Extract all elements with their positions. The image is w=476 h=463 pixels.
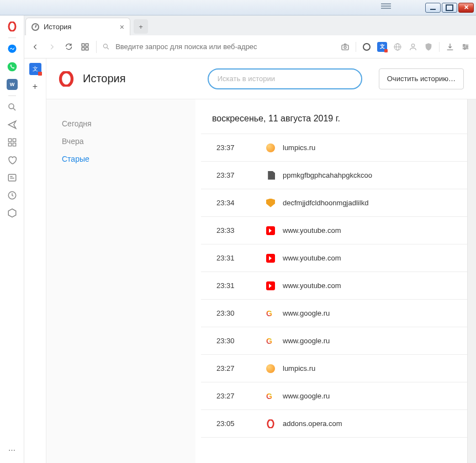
address-input[interactable] bbox=[115, 42, 335, 51]
address-bar: 文 bbox=[24, 35, 476, 58]
history-entry[interactable]: 23:31www.youtube.com bbox=[201, 272, 467, 300]
opera-logo-icon bbox=[59, 71, 74, 87]
entry-time: 23:33 bbox=[216, 226, 239, 235]
history-entry[interactable]: 23:37lumpics.ru bbox=[201, 134, 467, 162]
history-filter-sidebar: Сегодня Вчера Старые bbox=[46, 99, 195, 463]
orange-favicon bbox=[266, 364, 275, 373]
globe-ext-icon[interactable] bbox=[393, 42, 403, 52]
page-title: История bbox=[83, 72, 126, 85]
nav-back-button[interactable] bbox=[30, 41, 41, 52]
user-ext-icon[interactable] bbox=[408, 42, 418, 52]
google-favicon bbox=[266, 337, 275, 345]
scrollbar-track[interactable] bbox=[467, 99, 476, 463]
opera-menu-icon[interactable] bbox=[4, 19, 20, 34]
search-sidebar-icon[interactable] bbox=[4, 99, 20, 115]
entry-time: 23:31 bbox=[216, 254, 239, 262]
downloads-icon[interactable] bbox=[445, 42, 455, 52]
svg-point-32 bbox=[466, 46, 468, 47]
entry-time: 23:05 bbox=[216, 419, 239, 428]
history-date-heading: воскресенье, 11 августа 2019 г. bbox=[212, 114, 467, 124]
history-entry[interactable]: 23:37ppmkgfbgphcahahpgkckcoo bbox=[201, 162, 467, 189]
snapshot-icon[interactable] bbox=[340, 42, 350, 52]
speed-dial-icon[interactable] bbox=[4, 135, 20, 150]
nav-forward-button[interactable] bbox=[46, 41, 57, 52]
history-page: История Очистить историю… Сегодня Вчера … bbox=[46, 58, 476, 463]
svg-rect-10 bbox=[13, 143, 15, 146]
shield-favicon bbox=[266, 199, 275, 207]
tab-label: История bbox=[44, 23, 71, 31]
history-entry[interactable]: 23:33www.youtube.com bbox=[201, 217, 467, 244]
history-entry[interactable]: 23:27www.google.ru bbox=[201, 382, 467, 410]
entry-url: ppmkgfbgphcahahpgkckcoo bbox=[283, 171, 372, 179]
history-search-input[interactable] bbox=[208, 68, 362, 89]
filter-yesterday[interactable]: Вчера bbox=[62, 132, 195, 150]
more-sidebar-icon[interactable]: ⋯ bbox=[4, 442, 20, 457]
entry-url: addons.opera.com bbox=[283, 419, 342, 428]
entry-time: 23:30 bbox=[216, 309, 239, 317]
history-entry[interactable]: 23:34decfmjjdfcldhoonmgjadlilkd bbox=[201, 189, 467, 217]
opera-ext-icon[interactable] bbox=[362, 42, 372, 52]
svg-point-0 bbox=[9, 22, 15, 31]
window-close-button[interactable] bbox=[458, 3, 474, 13]
orange-favicon bbox=[266, 143, 275, 152]
entry-time: 23:37 bbox=[216, 171, 239, 179]
svg-point-19 bbox=[103, 44, 107, 48]
heart-icon[interactable] bbox=[4, 152, 20, 168]
shield-ext-icon[interactable] bbox=[424, 42, 433, 52]
history-entry[interactable]: 23:31www.youtube.com bbox=[201, 244, 467, 272]
news-icon[interactable] bbox=[4, 170, 20, 185]
history-sidebar-icon[interactable] bbox=[4, 188, 20, 203]
svg-point-1 bbox=[8, 45, 16, 53]
quickbar-add-icon[interactable]: + bbox=[29, 81, 41, 93]
translate-ext-icon[interactable]: 文 bbox=[377, 42, 387, 52]
easy-setup-icon[interactable] bbox=[461, 42, 470, 52]
entry-time: 23:27 bbox=[216, 364, 239, 372]
tab-history[interactable]: История × bbox=[25, 18, 130, 35]
search-icon bbox=[102, 42, 110, 51]
filter-older[interactable]: Старые bbox=[62, 150, 195, 168]
history-entry[interactable]: 23:05addons.opera.com bbox=[201, 410, 467, 438]
file-favicon bbox=[266, 171, 275, 180]
entry-url: lumpics.ru bbox=[283, 143, 315, 152]
history-entry[interactable]: 23:27lumpics.ru bbox=[201, 355, 467, 382]
history-header: История Очистить историю… bbox=[46, 58, 476, 99]
tab-strip: История × + bbox=[24, 15, 476, 35]
entry-time: 23:27 bbox=[216, 392, 239, 400]
svg-point-2 bbox=[7, 62, 17, 72]
svg-rect-21 bbox=[342, 45, 348, 50]
svg-point-35 bbox=[268, 419, 274, 428]
window-titlebar bbox=[0, 0, 476, 15]
window-maximize-button[interactable] bbox=[442, 3, 457, 13]
extensions-icon[interactable] bbox=[4, 205, 20, 221]
svg-point-5 bbox=[9, 104, 14, 109]
svg-point-27 bbox=[411, 44, 414, 46]
svg-point-22 bbox=[344, 46, 346, 48]
entry-time: 23:37 bbox=[216, 143, 239, 152]
entry-url: www.youtube.com bbox=[283, 254, 341, 262]
whatsapp-icon[interactable] bbox=[4, 59, 20, 74]
send-icon[interactable] bbox=[4, 117, 20, 132]
entry-url: www.youtube.com bbox=[283, 226, 341, 235]
vk-icon[interactable]: W bbox=[4, 77, 20, 92]
youtube-favicon bbox=[266, 281, 275, 290]
youtube-favicon bbox=[266, 254, 275, 263]
tab-favicon-clock-icon bbox=[31, 23, 39, 31]
entry-url: lumpics.ru bbox=[283, 364, 315, 372]
speed-dial-button[interactable] bbox=[80, 41, 91, 52]
window-minimize-button[interactable] bbox=[425, 3, 441, 13]
history-entry[interactable]: 23:30www.google.ru bbox=[201, 327, 467, 355]
filter-today[interactable]: Сегодня bbox=[62, 115, 195, 132]
history-entry[interactable]: 23:30www.google.ru bbox=[201, 300, 467, 327]
google-favicon bbox=[266, 392, 275, 401]
quickbar-translate-icon[interactable]: 文 bbox=[29, 63, 41, 75]
svg-point-23 bbox=[363, 44, 370, 50]
svg-rect-8 bbox=[13, 139, 15, 141]
window-gadget-icon bbox=[381, 3, 392, 11]
tab-close-icon[interactable]: × bbox=[120, 23, 124, 31]
svg-point-34 bbox=[61, 72, 72, 86]
reload-button[interactable] bbox=[63, 41, 74, 52]
svg-point-31 bbox=[463, 44, 465, 46]
clear-history-button[interactable]: Очистить историю… bbox=[379, 68, 464, 89]
new-tab-button[interactable]: + bbox=[134, 19, 148, 34]
messenger-icon[interactable] bbox=[4, 41, 20, 57]
